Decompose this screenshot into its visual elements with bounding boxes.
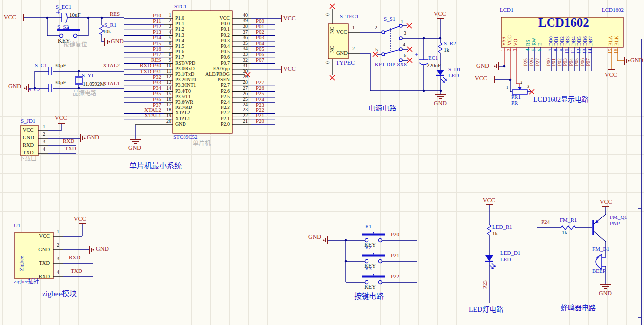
lcd-pin-3-name[interactable]: VO [513, 39, 518, 46]
mcu-pin-5-number[interactable]: 5 [160, 35, 171, 41]
jd1-num-4[interactable]: 4 [43, 147, 45, 152]
section-buzzer[interactable]: 蜂鸣器电路 [561, 305, 596, 312]
mcu-pin-37-number[interactable]: 37 [235, 30, 248, 35]
power-gnd-jd1[interactable]: GND [87, 134, 99, 141]
mcu-net-right-21[interactable]: P20 [256, 118, 276, 124]
net-xtal2[interactable]: XTAL2 [103, 63, 120, 69]
tec1-num-0-bot[interactable]: 0 [325, 61, 330, 64]
mcu-pin-27-number[interactable]: 27 [235, 86, 248, 91]
lcd-pin-6-number[interactable]: 6 [537, 49, 542, 51]
s1-num-2[interactable]: 2 [375, 25, 377, 31]
power-gnd-lcd-left[interactable]: GND [476, 63, 489, 69]
com-u1[interactable]: zigbee插针 [14, 279, 39, 285]
mcu-pin-39-name[interactable]: P0.0 [190, 21, 230, 27]
mcu-pin-22-number[interactable]: 22 [235, 113, 248, 119]
net-res[interactable]: RES [110, 11, 120, 17]
key-circuit[interactable] [323, 232, 417, 284]
power-gnd-buzzer[interactable]: GND [599, 290, 612, 297]
des-s-c1[interactable]: S_C1 [35, 63, 47, 69]
tec1-pin-nc-top[interactable]: NC [330, 27, 335, 34]
mcu-pin-7-number[interactable]: 7 [160, 46, 171, 52]
val-s-r1[interactable]: 10k [103, 29, 111, 35]
lcd-net-11[interactable]: P04 [569, 58, 574, 66]
mcu-pin-4-name[interactable]: P1.3 [175, 33, 184, 38]
lcd-pin-16-number[interactable]: 16 [614, 49, 619, 54]
section-mcu[interactable]: 单片机最小系统 [129, 162, 182, 170]
des-fm-q1[interactable]: FM_Q1 [610, 215, 627, 220]
mcu-pin-27-name[interactable]: P2.6 [190, 89, 230, 94]
net-p22-key[interactable]: P22 [391, 274, 399, 280]
mcu-pin-36-name[interactable]: P0.3 [190, 38, 230, 44]
s1-num-5[interactable]: 5 [375, 47, 378, 53]
pr1-num-2[interactable]: 2 [520, 81, 522, 85]
lcd-part-label[interactable]: LCD1602 [602, 7, 624, 13]
mcu-pin-4-number[interactable]: 4 [160, 30, 171, 35]
lcd-net-8[interactable]: P01 [552, 58, 556, 66]
val-fm-r1[interactable]: 1k [562, 230, 567, 236]
lcd-pin-2-name[interactable]: VCC [507, 35, 512, 46]
u1-pin-vcc[interactable]: VCC [37, 233, 50, 239]
lcd-net-7[interactable]: P00 [546, 58, 551, 66]
mcu-pin-5-name[interactable]: P1.4 [175, 38, 184, 44]
lcd-net-12[interactable]: P05 [574, 58, 579, 66]
mcu-pin-38-number[interactable]: 38 [235, 24, 248, 29]
lcd-pin-16-name[interactable]: BLK [614, 36, 619, 46]
lcd-net-14[interactable]: P07 [586, 58, 591, 66]
section-keys[interactable]: 按键电路 [354, 293, 384, 301]
com-fm-q1[interactable]: PNP [610, 221, 620, 227]
mcu-pin-6-name[interactable]: P1.5 [175, 44, 184, 49]
com-pr1[interactable]: PR [511, 100, 518, 106]
mcu-pin-1-name[interactable]: P1.0 [175, 16, 184, 21]
jd1-num-1[interactable]: 1 [43, 124, 45, 130]
mcu-pin-39-number[interactable]: 39 [235, 18, 248, 24]
mcu-pin-14-number[interactable]: 14 [160, 86, 171, 91]
mcu-pin-30-number[interactable]: 30 [235, 69, 248, 74]
section-zigbee[interactable]: zigbee模块 [42, 290, 77, 298]
lcd-pin-5-number[interactable]: 5 [531, 49, 536, 51]
jd1-pin-vcc[interactable]: VCC [23, 127, 34, 133]
com-led-d1[interactable]: LED [500, 257, 511, 263]
des-fm-b1[interactable]: FM_B1 [592, 246, 609, 252]
net-p23[interactable]: P23 [482, 280, 488, 289]
lcd-pin-1-number[interactable]: 1 [501, 49, 506, 51]
mcu-pin-34-number[interactable]: 34 [235, 46, 248, 52]
power-vcc-reset[interactable]: VCC [4, 14, 16, 21]
jd1-num-3[interactable]: 3 [43, 139, 45, 145]
u1-pin-txd[interactable]: TXD [37, 260, 50, 266]
mcu-pin-35-name[interactable]: P0.4 [190, 44, 230, 49]
lcd-pin-13-number[interactable]: 13 [582, 49, 587, 54]
des-ec1[interactable]: EC1 [428, 55, 438, 61]
mcu-pin-1-number[interactable]: 1 [160, 13, 171, 18]
mcu-pin-32-number[interactable]: 32 [235, 58, 248, 63]
mcu-comment[interactable]: 单片机 [193, 140, 211, 147]
mcu-pin-19-name[interactable]: XTAL1 [175, 116, 190, 122]
mcu-pin-13-number[interactable]: 13 [160, 80, 171, 85]
net-p20-key[interactable]: P20 [391, 232, 399, 238]
section-led[interactable]: LED灯电路 [469, 306, 503, 314]
mcu-pin-34-name[interactable]: P0.5 [190, 49, 230, 55]
lcd-net-13[interactable]: P06 [580, 58, 585, 66]
jd1-pin-gnd[interactable]: GND [23, 135, 34, 140]
mcu-pin-11-number[interactable]: 11 [160, 69, 171, 74]
s1-num-1[interactable]: 1 [401, 19, 403, 25]
lcd-pin-1-name[interactable]: VSS [501, 37, 506, 46]
mcu-pin-25-name[interactable]: P2.4 [190, 100, 230, 105]
mcu-pin-9-number[interactable]: 9 [160, 58, 171, 63]
des-fm-r1[interactable]: FM_R1 [560, 217, 577, 223]
lcd-pin-11-number[interactable]: 11 [571, 49, 576, 54]
val-s-r2[interactable]: 1k [444, 47, 449, 53]
lcd-pin-2-number[interactable]: 2 [507, 49, 512, 51]
mcu-pin-33-name[interactable]: P0.6 [190, 55, 230, 60]
lcd-net-5[interactable]: P26 [529, 58, 534, 66]
des-s-jd1[interactable]: S_JD1 [21, 118, 35, 124]
tec1-pin-vcc[interactable]: VCC [336, 29, 346, 35]
mcu-pin-22-name[interactable]: P2.1 [190, 116, 230, 122]
des-s-tec1[interactable]: S_TEC1 [340, 14, 359, 20]
pr1-num-1[interactable]: 1 [506, 86, 508, 90]
mcu-pin-31-number[interactable]: 31 [235, 63, 248, 69]
lcd-pin-12-number[interactable]: 12 [576, 49, 581, 54]
des-k1[interactable]: K1 [365, 224, 371, 230]
des-s-r2[interactable]: S_R2 [444, 41, 456, 47]
lcd-pin-12-name[interactable]: DB5 [577, 36, 582, 46]
des-k3[interactable]: K3 [365, 266, 371, 272]
